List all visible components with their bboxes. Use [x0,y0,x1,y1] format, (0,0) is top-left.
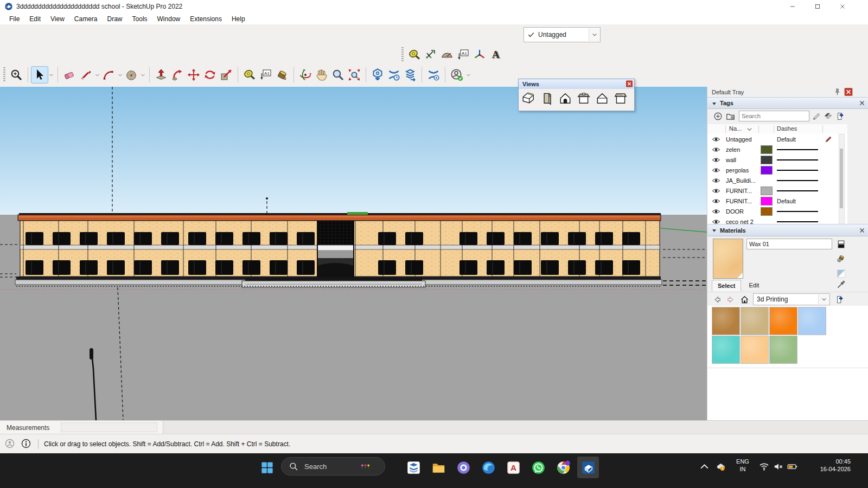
tag-dash-style[interactable] [777,159,818,160]
tag-dash-style[interactable]: Default [777,136,796,143]
visible-eye-icon[interactable] [712,207,720,216]
account-dropdown-caret[interactable] [465,67,471,83]
rotate-tool-button[interactable] [202,67,218,83]
combo-dropdown-button[interactable] [589,28,600,41]
menu-help[interactable]: Help [227,15,250,23]
menu-camera[interactable]: Camera [69,15,103,23]
collection-dropdown-button[interactable] [818,294,829,304]
menu-edit[interactable]: Edit [24,15,46,23]
collection-combobox[interactable]: 3d Printing [753,293,830,305]
taskbar-app-whatsapp[interactable] [527,457,549,478]
collapse-arrow-icon[interactable] [712,228,717,233]
tab-select[interactable]: Select [712,280,741,291]
material-swatch-orange[interactable] [769,307,797,335]
tag-row[interactable]: UntaggedDefault [707,134,847,144]
tag-dash-style[interactable]: Default [777,198,796,204]
menu-window[interactable]: Window [152,15,186,23]
extension-manager-tool-button[interactable] [425,67,442,83]
tag-dash-style[interactable] [777,221,818,222]
material-swatch-light-blue[interactable] [798,307,826,335]
menu-file[interactable]: File [4,15,24,23]
3d-viewport[interactable] [0,87,707,420]
taskbar-app-file-explorer[interactable] [427,457,449,478]
visible-eye-icon[interactable] [712,187,720,195]
orbit-tool-button[interactable] [297,67,314,83]
tag-row[interactable]: ceco net 2 [707,216,847,224]
left-view-button[interactable] [613,91,628,106]
tag-row[interactable]: pergolas [707,165,847,175]
views-palette-close-icon[interactable] [626,80,633,87]
language-indicator[interactable]: ENG IN [733,458,752,473]
create-material-icon[interactable] [835,253,846,264]
follow-me-tool-button[interactable] [169,67,186,83]
clock[interactable]: 00:45 16-04-2026 [804,458,851,473]
material-preview[interactable] [713,239,743,279]
pan-tool-button[interactable] [314,67,330,83]
menu-view[interactable]: View [46,15,69,23]
measurements-input[interactable] [61,422,157,432]
eraser-tool-button[interactable] [61,67,78,83]
toolbar-drag-handle[interactable] [401,47,404,62]
tape-measure-tool-button[interactable] [241,67,258,83]
material-swatch-peach[interactable] [741,336,769,364]
pin-icon[interactable] [833,88,841,96]
iso-view-button[interactable] [521,91,536,106]
tag-row[interactable]: JA_Buildi... [707,175,847,185]
tag-color-swatch[interactable] [761,145,773,154]
material-swatch-turquoise[interactable] [712,336,740,364]
taskbar-app-sketchup[interactable] [577,457,599,478]
column-dashes[interactable]: Dashes [777,125,797,132]
3d-warehouse-tool-button[interactable] [369,67,386,83]
menu-extensions[interactable]: Extensions [185,15,227,23]
taskbar-app-trimble-layers[interactable] [403,457,424,478]
zoom-extents-tool-button[interactable] [346,67,362,83]
start-button[interactable] [256,457,278,478]
column-name[interactable]: Na... [729,125,742,132]
eyedropper-icon[interactable] [835,279,846,290]
tag-dash-style[interactable] [777,190,818,191]
dimension-tool-button[interactable] [423,47,439,63]
protractor-tool-button[interactable] [439,47,455,63]
tag-dash-style[interactable] [777,170,818,171]
circle-dropdown-caret[interactable] [139,67,146,83]
materials-panel-close-icon[interactable] [858,227,866,234]
select-tool-button[interactable] [31,67,48,83]
back-view-button[interactable] [595,91,610,106]
back-arrow-icon[interactable] [712,294,723,305]
arc-tool-button[interactable] [100,67,117,83]
geolocation-icon[interactable] [4,438,16,450]
taskbar-search[interactable]: Search [281,457,385,476]
menu-draw[interactable]: Draw [103,15,127,23]
tag-dash-style[interactable] [777,149,818,150]
add-tag-icon[interactable] [713,111,723,121]
tag-row[interactable]: FURNIT... [707,185,847,196]
tag-row[interactable]: zelen [707,144,847,155]
right-view-button[interactable] [576,91,591,106]
tag-color-swatch[interactable] [761,207,773,216]
tags-panel-header[interactable]: Tags [707,97,868,109]
material-swatch-tan[interactable] [741,307,769,335]
select-dropdown-caret[interactable] [48,67,54,83]
tag-row[interactable]: wall [707,155,847,165]
tag-dash-style[interactable] [777,211,818,212]
edit-tag-icon[interactable] [812,111,821,121]
taskbar-app-copilot[interactable] [452,457,474,478]
material-swatch-brown[interactable] [712,307,740,335]
sample-paint-swatch[interactable] [834,267,847,280]
sort-chevron-icon[interactable] [746,126,752,132]
tape-measure-tool-button[interactable] [406,47,423,63]
paint-bucket-tool-button[interactable] [274,67,290,83]
battery-icon[interactable] [786,460,799,473]
visible-eye-icon[interactable] [712,156,720,164]
tray-close-icon[interactable] [844,88,853,96]
tags-scrollbar-thumb[interactable] [840,149,843,208]
tag-row[interactable]: DOOR [707,206,847,216]
tag-row[interactable]: FURNIT...Default [707,196,847,206]
top-view-button[interactable] [539,91,554,106]
material-swatch-green[interactable] [769,336,797,364]
zoom-window-tool-button[interactable] [8,67,24,83]
onedrive-alert-icon[interactable]: ! [714,460,727,473]
visible-eye-icon[interactable] [712,176,720,185]
taskbar-app-edge[interactable] [477,457,499,478]
tags-panel-close-icon[interactable] [858,99,866,107]
